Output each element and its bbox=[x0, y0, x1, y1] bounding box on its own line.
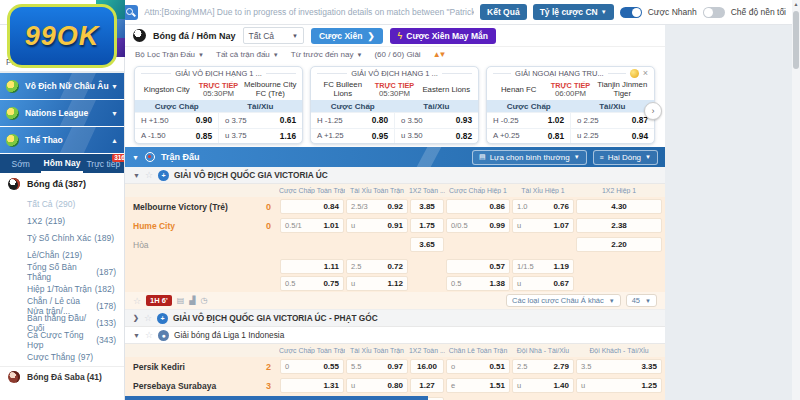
view-mode-select[interactable]: ▤ Lựa chọn bình thường ▼ bbox=[472, 150, 587, 165]
page-scrollbar[interactable]: ▲ bbox=[792, 0, 800, 400]
over-under-odds-cell[interactable]: u 3.500.82 bbox=[394, 129, 478, 143]
odds-group: 4.30 bbox=[575, 199, 663, 214]
row-mode-select[interactable]: ≡ Hai Dòng ▼ bbox=[593, 150, 658, 165]
favorite-star-icon[interactable]: ☆ bbox=[133, 296, 141, 306]
scrollbar-thumb[interactable] bbox=[793, 11, 799, 69]
odds-cell[interactable]: u0.67 bbox=[512, 276, 574, 291]
odds-cell[interactable]: 16.00 bbox=[410, 359, 444, 374]
quick-bet-toggle[interactable] bbox=[620, 7, 642, 18]
all-matches-dropdown[interactable]: Tất cả trận đấu ▼ bbox=[216, 50, 279, 59]
scroll-up-icon[interactable]: ▲ bbox=[792, 1, 800, 7]
odds-cell[interactable]: 1/1.51.19 bbox=[512, 259, 574, 274]
odds-cell[interactable]: 0.50.75 bbox=[280, 276, 344, 291]
odds-cell[interactable]: u0.91 bbox=[346, 218, 408, 233]
parlay-button[interactable]: Cược Xiên ❯ bbox=[311, 28, 383, 44]
handicap-odds-cell[interactable]: H +1.500.90 bbox=[135, 113, 218, 127]
scroll-right-arrow[interactable]: › bbox=[644, 102, 662, 120]
favorite-star-icon[interactable]: ☆ bbox=[145, 330, 153, 340]
stats-icon[interactable]: ▟ bbox=[189, 296, 195, 305]
odds-cell[interactable]: 4.30 bbox=[576, 199, 662, 214]
more-bets-select[interactable]: Các loại cược Châu Á khác ▼ bbox=[506, 294, 621, 307]
odds-cell[interactable]: 00.55 bbox=[280, 359, 344, 374]
sidebar-item[interactable]: 1X2(219) bbox=[0, 212, 124, 229]
odds-cell[interactable]: 2.50.72 bbox=[346, 259, 408, 274]
odds-cell[interactable]: 3.85 bbox=[410, 199, 444, 214]
handicap-odds-cell[interactable]: A +0.250.81 bbox=[487, 129, 570, 143]
sidebar-item[interactable]: Hiệp 1/Toàn Trận(182) bbox=[0, 280, 124, 297]
page-size-select[interactable]: 45 ▼ bbox=[626, 294, 657, 307]
odds-cell[interactable]: 0.51.38 bbox=[446, 276, 510, 291]
sidebar-item[interactable]: Tất Cả(290) bbox=[0, 195, 124, 212]
sidebar-item[interactable]: Cược Thắng(97) bbox=[0, 348, 124, 365]
sidebar-item[interactable]: Chẵn / Lẻ của Nửa trận/...(178) bbox=[0, 297, 124, 314]
bet-grid-icon[interactable]: ▤ bbox=[177, 296, 185, 305]
odds-cell[interactable]: 0.5/11.01 bbox=[280, 218, 344, 233]
odds-cell[interactable]: 5.50.97 bbox=[346, 359, 408, 374]
odds-cell[interactable]: 0/0.50.99 bbox=[446, 218, 510, 233]
sidebar-item[interactable]: Tổng Số Bàn Thắng(187) bbox=[0, 263, 124, 280]
odds-cell[interactable]: 2.20 bbox=[576, 237, 662, 252]
league-header-victoria[interactable]: ▼ ☆ + GIẢI VÔ ĐỊCH QUỐC GIA VICTORIA ÚC bbox=[125, 167, 665, 184]
odds-cell[interactable]: 1.31 bbox=[280, 378, 344, 393]
sort-icon[interactable]: ▲▼ bbox=[433, 50, 445, 59]
over-under-odds-cell[interactable]: o 3.750.61 bbox=[218, 113, 302, 127]
sidebar-banner-vo-dich-nu-chau-au[interactable]: Vô Địch Nữ Châu Âu▼ bbox=[0, 73, 124, 99]
odds-cell[interactable]: 2.5/30.92 bbox=[346, 199, 408, 214]
sidebar-item[interactable]: Cá Cược Tổng Hợp(343) bbox=[0, 331, 124, 348]
odds-cell[interactable]: u1.07 bbox=[512, 218, 574, 233]
lucky-parlay-button[interactable]: ϟ Cược Xiên May Mắn bbox=[390, 28, 496, 44]
brand-logo[interactable]: 99OK bbox=[7, 4, 117, 68]
time-range-dropdown[interactable]: Từ trước đến nay ▼ bbox=[291, 50, 363, 59]
league-filter-select[interactable]: Tất Cả ▼ bbox=[243, 27, 304, 44]
over-under-odds-cell[interactable]: o 2.250.87 bbox=[570, 113, 654, 127]
odds-cell[interactable]: u1.25 bbox=[576, 378, 662, 393]
handicap-odds-cell[interactable]: A -1.500.85 bbox=[135, 129, 218, 143]
odds-cell[interactable]: 3.65 bbox=[410, 237, 444, 252]
search-icon[interactable] bbox=[123, 5, 138, 20]
odds-cell[interactable]: u1.40 bbox=[512, 378, 574, 393]
handicap-odds-cell[interactable]: H -0.251.02 bbox=[487, 113, 570, 127]
odds-cell[interactable]: 1.27 bbox=[410, 378, 444, 393]
odds-cell[interactable]: 0.57 bbox=[446, 259, 510, 274]
sidebar-item[interactable]: Lẻ/Chẵn(219) bbox=[0, 246, 124, 263]
odds-cell[interactable]: 1.00.76 bbox=[512, 199, 574, 214]
odds-cell[interactable]: u0.80 bbox=[346, 378, 408, 393]
match-filter-dropdown[interactable]: Bộ Lọc Trận Đấu ▼ bbox=[135, 50, 204, 59]
dark-mode-toggle[interactable] bbox=[703, 7, 725, 18]
sidebar-item-saba[interactable]: Bóng Đá Saba (41) bbox=[0, 366, 124, 387]
odds-cell[interactable]: e1.51 bbox=[446, 378, 510, 393]
favorite-star-icon[interactable]: ☆ bbox=[145, 170, 153, 180]
close-icon[interactable]: × bbox=[643, 69, 648, 78]
over-under-odds-cell[interactable]: u 2.250.94 bbox=[570, 129, 654, 143]
odds-cell[interactable]: 1.75 bbox=[410, 218, 444, 233]
soccer-icon bbox=[6, 80, 19, 93]
favorite-star-icon[interactable]: ☆ bbox=[144, 313, 152, 323]
over-under-odds-cell[interactable]: o 3.500.93 bbox=[394, 113, 478, 127]
sidebar-item[interactable]: Tỷ Số Chính Xác(189) bbox=[0, 229, 124, 246]
subtab-live[interactable]: Trực tiếp 316 bbox=[83, 154, 124, 173]
odds-cell[interactable]: 2.38 bbox=[576, 218, 662, 233]
odds-cell[interactable]: 0.86 bbox=[446, 199, 510, 214]
subtab-early[interactable]: Sớm bbox=[0, 154, 41, 173]
subtab-today[interactable]: Hôm Nay bbox=[41, 154, 82, 173]
over-under-odds-cell[interactable]: u 3.751.16 bbox=[218, 129, 302, 143]
odds-cell[interactable]: 2.52.79 bbox=[512, 359, 574, 374]
odds-cell[interactable]: 1.11 bbox=[280, 259, 344, 274]
odds-cell[interactable]: u1.12 bbox=[346, 276, 408, 291]
odds-cell[interactable]: o0.51 bbox=[446, 359, 510, 374]
odds-type-button[interactable]: Tỷ lệ cược CN ▼ bbox=[533, 4, 614, 20]
handicap-odds-cell[interactable]: H -1.250.80 bbox=[311, 113, 394, 127]
kickoff-time: 05:30PM bbox=[203, 90, 234, 99]
league-header-liga1[interactable]: ▼ ☆ ● Giải bóng đá Liga 1 Indonesia bbox=[125, 327, 665, 344]
odds-cell[interactable]: 3.53.35 bbox=[576, 359, 662, 374]
league-header-victoria-corners[interactable]: ❯ ☆ + GIẢI VÔ ĐỊCH QUỐC GIA VICTORIA ÚC … bbox=[125, 310, 665, 327]
sidebar-banner-nations-league[interactable]: Nations League▼ bbox=[0, 100, 124, 126]
chevron-down-icon[interactable]: ▼ bbox=[132, 154, 139, 161]
sidebar-banner-the-thao[interactable]: Thể Thao▲ bbox=[0, 127, 124, 153]
sidebar-sport-football[interactable]: Bóng đá (387) bbox=[0, 173, 124, 195]
results-button[interactable]: Kết Quả bbox=[480, 4, 527, 20]
clock-icon[interactable]: ◷ bbox=[200, 296, 207, 305]
odds-cell[interactable]: 0.84 bbox=[280, 199, 344, 214]
sidebar-item[interactable]: Bàn thắng Đầu/ Cuối(133) bbox=[0, 314, 124, 331]
handicap-odds-cell[interactable]: A +1.250.95 bbox=[311, 129, 394, 143]
